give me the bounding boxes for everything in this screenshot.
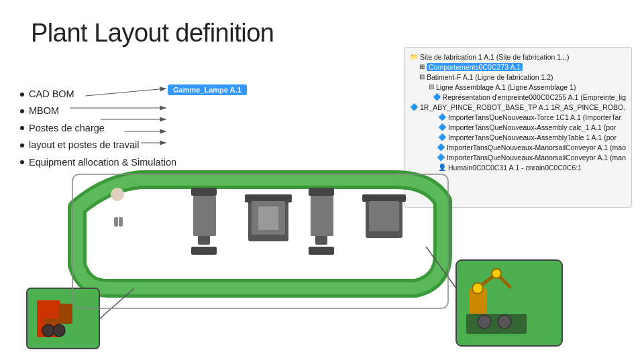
minus-icon: ⊟: [419, 73, 425, 80]
bullet-dot: [20, 143, 24, 147]
svg-rect-14: [191, 247, 217, 255]
svg-rect-42: [72, 174, 448, 308]
tree-row: 🔷 ImporterTansQueNouveaux-Torce 1C1 A.1 …: [410, 112, 626, 122]
svg-rect-15: [193, 196, 216, 236]
svg-rect-28: [37, 300, 60, 337]
svg-rect-34: [470, 288, 486, 315]
svg-rect-24: [366, 198, 402, 238]
svg-rect-18: [252, 201, 285, 235]
svg-point-40: [478, 315, 491, 328]
svg-rect-39: [466, 314, 527, 334]
bullet-dot: [20, 160, 24, 164]
node-icon: 🔷: [438, 123, 446, 131]
svg-rect-20: [315, 191, 327, 245]
svg-rect-16: [248, 198, 288, 241]
svg-point-37: [472, 283, 483, 294]
tree-row: 📁 Site de fabrication 1 A.1 (Site de fab…: [410, 52, 626, 62]
svg-rect-17: [245, 194, 292, 202]
svg-rect-19: [258, 206, 278, 230]
bullet-item-mbom: MBOM: [20, 103, 176, 119]
svg-rect-21: [309, 188, 334, 196]
svg-rect-27: [27, 288, 99, 349]
svg-rect-10: [114, 217, 118, 227]
bullet-item-equipment: Equipment allocation & Simulation: [20, 154, 176, 171]
svg-rect-13: [191, 188, 217, 196]
tree-row: 🔷 ImporterTansQueNouveaux-ManorsailConve…: [410, 152, 626, 162]
svg-point-6: [111, 188, 124, 201]
bullet-dot: [20, 93, 24, 97]
svg-rect-8: [111, 204, 116, 215]
tree-row: ⊟ Ligne Assemblage A.1 (Ligne Assemblage…: [410, 82, 626, 92]
svg-rect-32: [59, 304, 72, 324]
svg-rect-7: [113, 201, 121, 218]
svg-line-35: [478, 274, 496, 288]
svg-rect-29: [44, 318, 60, 324]
node-icon: 🔷: [438, 113, 446, 121]
svg-point-41: [498, 315, 511, 328]
node-icon: 🔷: [433, 93, 441, 101]
svg-rect-22: [309, 247, 334, 255]
bullet-item-postes-charge: Postes de charge: [20, 120, 176, 137]
node-icon: 🔷: [437, 143, 445, 151]
bullet-dot: [20, 126, 24, 130]
gamme-label: Gamme_Lampe A.1: [168, 84, 247, 95]
svg-point-31: [53, 324, 65, 337]
node-icon: 🔷: [410, 103, 418, 111]
svg-rect-11: [119, 217, 123, 227]
bullet-list: CAD BOM MBOM Postes de charge layout et …: [20, 86, 176, 171]
folder-icon: 📁: [410, 53, 418, 60]
tree-row: 🔷 ImporterTansQueNouveaux-Assembly calc_…: [410, 122, 626, 132]
tree-panel: 📁 Site de fabrication 1 A.1 (Site de fab…: [404, 47, 632, 208]
page-title: Plant Layout definition: [31, 19, 274, 48]
svg-line-36: [496, 274, 510, 287]
bullet-item-layout: layout et postes de travail: [20, 137, 176, 154]
tree-row: 🔷 ImporterTansQueNouveaux-ManorsailConve…: [410, 142, 626, 152]
svg-rect-26: [369, 201, 399, 231]
svg-point-38: [492, 269, 501, 278]
tree-row: 👤 Humain0C0C0C31 A.1 - cnrain0C0C0C6:1: [410, 162, 626, 172]
bullet-dot: [20, 109, 24, 113]
tree-row-highlighted: ⊞ Comportements0C0C273 A.1: [410, 62, 626, 72]
svg-rect-12: [198, 191, 210, 245]
tree-row: 🔷 Représentation d'empreinte000C0C255 A.…: [410, 92, 626, 102]
node-icon: 🔷: [437, 154, 445, 161]
tree-row: ⊟ Batiment-F A.1 (Ligne de fabrication 1…: [410, 72, 626, 82]
tree-row: 🔷 ImporterTansQueNouveaux-AssemblyTable …: [410, 132, 626, 142]
svg-point-30: [42, 324, 54, 337]
svg-rect-9: [120, 204, 125, 215]
node-icon: 🔷: [438, 133, 446, 141]
plus-icon: ⊞: [419, 63, 425, 70]
svg-rect-25: [362, 194, 406, 202]
minus-icon: ⊟: [429, 83, 434, 90]
bullet-item-cad-bom: CAD BOM: [20, 86, 176, 103]
svg-rect-23: [311, 196, 333, 236]
person-icon: 👤: [438, 164, 446, 171]
svg-rect-33: [456, 260, 562, 346]
tree-row: 🔷 1R_ABY_PINCE_ROBOT_BASE_TP A.1 1R_AS_P…: [410, 102, 626, 112]
